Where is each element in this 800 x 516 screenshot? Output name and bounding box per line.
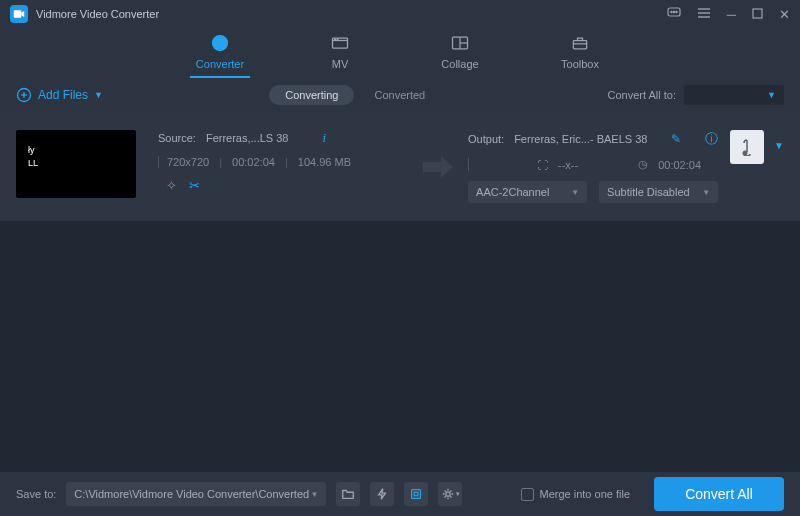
convert-all-to: Convert All to: ▼: [608, 85, 784, 105]
info-icon[interactable]: i: [322, 130, 326, 146]
tab-collage[interactable]: Collage: [430, 32, 490, 78]
subtitle-select-value: Subtitle Disabled: [607, 186, 690, 198]
svg-rect-24: [412, 490, 421, 499]
output-duration: 00:02:04: [658, 159, 701, 171]
arrow-icon: [418, 130, 458, 203]
chevron-down-icon: ▼: [767, 90, 776, 100]
file-item: łyLL Source: Ferreras,...LS 38 i 720x720…: [0, 112, 800, 221]
output-resolution: --x--: [558, 159, 578, 171]
convert-all-to-select[interactable]: ▼: [684, 85, 784, 105]
output-label: Output:: [468, 133, 504, 145]
titlebar: Vidmore Video Converter ─ ✕: [0, 0, 800, 28]
converter-icon: [209, 32, 231, 54]
subtitle-select[interactable]: Subtitle Disabled ▼: [599, 181, 718, 203]
collage-icon: [449, 32, 471, 54]
merge-checkbox[interactable]: Merge into one file: [521, 488, 631, 501]
source-filename: Ferreras,...LS 38: [206, 132, 289, 144]
maximize-icon[interactable]: [752, 7, 763, 22]
save-path-select[interactable]: C:\Vidmore\Vidmore Video Converter\Conve…: [66, 482, 326, 506]
svg-rect-8: [753, 9, 762, 18]
chevron-down-icon: ▼: [571, 188, 579, 197]
info-icon[interactable]: ⓘ: [705, 130, 718, 148]
convert-status-toggle: Converting Converted: [269, 85, 441, 105]
checkbox-icon: [521, 488, 534, 501]
source-column: Source: Ferreras,...LS 38 i 720x720 | 00…: [158, 130, 408, 203]
tab-label: Converter: [196, 58, 244, 70]
menu-icon[interactable]: [697, 7, 711, 22]
output-filename: Ferreras, Eric...- BAELS 38: [514, 133, 647, 145]
output-column: Output: Ferreras, Eric...- BAELS 38 ✎ ⓘ …: [468, 130, 718, 203]
svg-point-14: [337, 39, 338, 40]
svg-rect-18: [573, 41, 586, 49]
edit-icon[interactable]: ✎: [671, 132, 681, 146]
chevron-down-icon[interactable]: ▼: [774, 130, 784, 151]
svg-point-3: [673, 11, 674, 12]
source-resolution: 720x720: [167, 156, 209, 168]
footer: Save to: C:\Vidmore\Vidmore Video Conver…: [0, 472, 800, 516]
file-list: łyLL Source: Ferreras,...LS 38 i 720x720…: [0, 112, 800, 472]
svg-point-2: [671, 11, 672, 12]
source-label: Source:: [158, 132, 196, 144]
convert-all-label: Convert All: [685, 486, 753, 502]
convert-all-button[interactable]: Convert All: [654, 477, 784, 511]
add-files-label: Add Files: [38, 88, 88, 102]
audio-select-value: AAC-2Channel: [476, 186, 549, 198]
save-path-value: C:\Vidmore\Vidmore Video Converter\Conve…: [74, 488, 309, 500]
svg-rect-25: [415, 492, 419, 496]
converting-tab[interactable]: Converting: [269, 85, 354, 105]
mv-icon: [329, 32, 351, 54]
feedback-icon[interactable]: [667, 7, 681, 22]
toolbox-icon: [569, 32, 591, 54]
open-folder-button[interactable]: [336, 482, 360, 506]
save-to-label: Save to:: [16, 488, 56, 500]
convert-all-to-label: Convert All to:: [608, 89, 676, 101]
converted-tab[interactable]: Converted: [358, 85, 441, 105]
clock-icon: ◷: [638, 158, 648, 171]
gpu-button[interactable]: [404, 482, 428, 506]
svg-point-23: [743, 151, 748, 156]
tab-toolbox[interactable]: Toolbox: [550, 32, 610, 78]
svg-rect-0: [14, 10, 22, 18]
video-thumbnail[interactable]: łyLL: [16, 130, 136, 198]
svg-point-13: [335, 39, 336, 40]
app-title: Vidmore Video Converter: [36, 8, 667, 20]
svg-point-26: [446, 492, 450, 496]
chevron-down-icon: ▼: [702, 188, 710, 197]
chevron-down-icon: ▼: [310, 490, 318, 499]
lightning-button[interactable]: [370, 482, 394, 506]
app-logo: [10, 5, 28, 23]
format-button[interactable]: [730, 130, 764, 164]
tab-label: Collage: [441, 58, 478, 70]
tab-mv[interactable]: MV: [310, 32, 370, 78]
trim-icon[interactable]: ✂: [189, 178, 200, 193]
source-size: 104.96 MB: [298, 156, 351, 168]
effects-icon[interactable]: ✧: [166, 178, 177, 193]
minimize-icon[interactable]: ─: [727, 7, 736, 22]
source-duration: 00:02:04: [232, 156, 275, 168]
window-controls: ─ ✕: [667, 7, 790, 22]
tab-converter[interactable]: Converter: [190, 32, 250, 78]
output-format: ▼: [730, 130, 784, 203]
add-files-button[interactable]: Add Files ▼: [16, 87, 103, 103]
toolbar: Add Files ▼ Converting Converted Convert…: [0, 78, 800, 112]
merge-label: Merge into one file: [540, 488, 631, 500]
expand-icon: ⛶: [537, 159, 548, 171]
tab-label: Toolbox: [561, 58, 599, 70]
chevron-down-icon: ▼: [94, 90, 103, 100]
svg-point-4: [676, 11, 677, 12]
tab-label: MV: [332, 58, 349, 70]
audio-select[interactable]: AAC-2Channel ▼: [468, 181, 587, 203]
thumbnail-overlay: łyLL: [28, 144, 38, 170]
main-tabs: Converter MV Collage Toolbox: [0, 28, 800, 78]
close-icon[interactable]: ✕: [779, 7, 790, 22]
settings-button[interactable]: ▾: [438, 482, 462, 506]
